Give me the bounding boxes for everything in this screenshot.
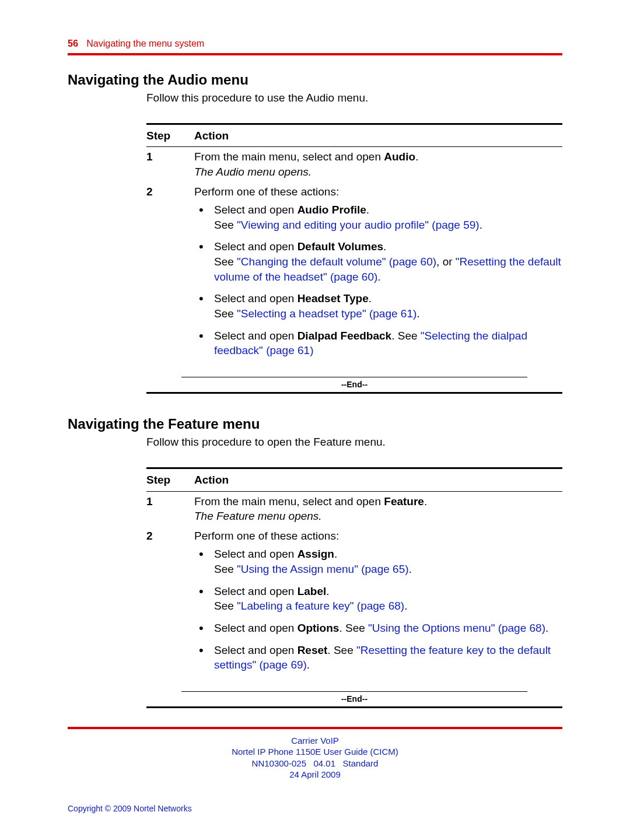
xref-link[interactable]: "Selecting a headset type" (page 61) xyxy=(237,307,416,320)
footer-info: Carrier VoIP Nortel IP Phone 1150E User … xyxy=(68,735,562,780)
list-item: Select and open Audio Profile. See "View… xyxy=(198,199,562,236)
section-crumb: Navigating the menu system xyxy=(86,38,204,48)
heading-feature-menu: Navigating the Feature menu xyxy=(68,415,562,433)
intro-feature: Follow this procedure to open the Featur… xyxy=(146,435,562,450)
footer-rule xyxy=(68,727,562,729)
intro-audio: Follow this procedure to use the Audio m… xyxy=(146,90,562,106)
copyright: Copyright © 2009 Nortel Networks xyxy=(68,803,192,814)
xref-link[interactable]: "Using the Assign menu" (page 65) xyxy=(237,563,408,575)
step-row: 2 Perform one of these actions: Select a… xyxy=(146,526,562,678)
list-item: Select and open Assign. See "Using the A… xyxy=(198,543,562,580)
list-item: Select and open Label. See "Labeling a f… xyxy=(198,580,562,617)
th-action: Action xyxy=(194,128,562,144)
page-number: 56 xyxy=(68,38,78,48)
step-row: 2 Perform one of these actions: Select a… xyxy=(146,182,562,364)
steps-feature: Step Action 1 From the main menu, select… xyxy=(146,467,562,708)
page-header: 56 Navigating the menu system xyxy=(68,37,562,52)
list-item: Select and open Headset Type. See "Selec… xyxy=(198,288,562,324)
step-number: 1 xyxy=(146,149,194,179)
th-action: Action xyxy=(194,473,562,488)
step-number: 2 xyxy=(146,528,194,676)
step-row: 1 From the main menu, select and open Fe… xyxy=(146,492,562,526)
step-number: 2 xyxy=(146,184,194,362)
step-body: From the main menu, select and open Feat… xyxy=(194,494,562,524)
list-item: Select and open Options. See "Using the … xyxy=(198,617,562,639)
step-number: 1 xyxy=(146,494,194,524)
step-body: Perform one of these actions: Select and… xyxy=(194,184,562,362)
th-step: Step xyxy=(146,473,194,488)
heading-audio-menu: Navigating the Audio menu xyxy=(68,71,562,89)
step-row: 1 From the main menu, select and open Au… xyxy=(146,147,562,181)
xref-link[interactable]: "Labeling a feature key" (page 68) xyxy=(237,600,404,612)
list-item: Select and open Default Volumes. See "Ch… xyxy=(198,236,562,288)
list-item: Select and open Reset. See "Resetting th… xyxy=(198,639,562,676)
xref-link[interactable]: "Using the Options menu" (page 68) xyxy=(368,622,545,634)
step-body: Perform one of these actions: Select and… xyxy=(194,528,562,676)
header-rule xyxy=(68,53,562,55)
xref-link[interactable]: "Changing the default volume" (page 60) xyxy=(237,256,436,268)
steps-audio: Step Action 1 From the main menu, select… xyxy=(146,123,562,394)
step-body: From the main menu, select and open Audi… xyxy=(194,149,562,179)
xref-link[interactable]: "Viewing and editing your audio profile"… xyxy=(237,219,480,231)
list-item: Select and open Dialpad Feedback. See "S… xyxy=(198,325,562,362)
th-step: Step xyxy=(146,128,194,144)
end-marker: --End-- xyxy=(146,377,562,394)
end-marker: --End-- xyxy=(146,691,562,708)
